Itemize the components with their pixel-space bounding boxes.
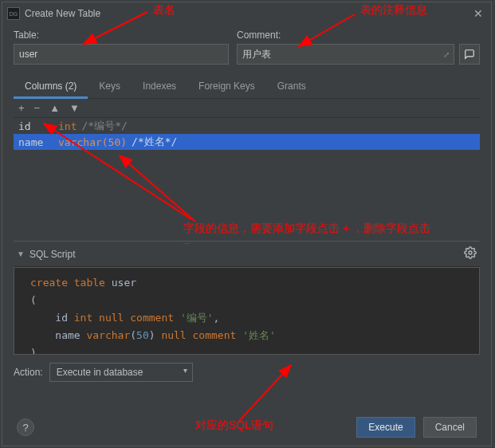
chat-icon[interactable] [459, 44, 480, 65]
tab-columns[interactable]: Columns (2) [14, 76, 88, 99]
sql-paren: ) [18, 344, 476, 355]
gear-icon[interactable] [464, 246, 477, 261]
sql-script-header[interactable]: ▼ SQL Script [14, 241, 480, 267]
sql-kw: create table [30, 277, 105, 289]
column-type: varchar(50) [58, 136, 127, 148]
action-label: Action: [14, 367, 43, 378]
remove-column-button[interactable]: − [34, 102, 41, 114]
tab-grants[interactable]: Grants [266, 76, 317, 98]
window-title: Create New Table [25, 8, 470, 19]
sql-script-title: SQL Script [29, 249, 464, 260]
columns-toolbar: + − ▲ ▼ [14, 99, 480, 118]
move-down-button[interactable]: ▼ [69, 102, 80, 114]
tab-foreign-keys[interactable]: Foreign Keys [187, 76, 266, 98]
tabs: Columns (2) Keys Indexes Foreign Keys Gr… [14, 76, 480, 99]
column-name: id [18, 120, 58, 132]
tab-keys[interactable]: Keys [88, 76, 132, 98]
tab-indexes[interactable]: Indexes [132, 76, 187, 98]
column-type: int [58, 120, 77, 132]
close-icon[interactable]: ✕ [470, 7, 486, 20]
titlebar: DG Create New Table ✕ [2, 2, 491, 25]
columns-list: id int /*编号*/ name varchar(50) /*姓名*/ [14, 118, 480, 238]
sql-ident: user [112, 277, 136, 289]
app-icon: DG [7, 7, 20, 20]
expand-icon[interactable]: ⤢ [440, 45, 453, 64]
svg-point-0 [469, 251, 472, 254]
column-comment: /*编号*/ [81, 119, 127, 133]
action-select[interactable]: Execute in database [49, 363, 193, 382]
sql-editor[interactable]: create table user ( id int null comment … [14, 267, 480, 355]
create-table-dialog: DG Create New Table ✕ Table: Comment: ⤢ [2, 2, 492, 446]
column-name: name [18, 136, 58, 148]
help-icon[interactable]: ? [17, 419, 34, 436]
column-row[interactable]: id int /*编号*/ [14, 118, 480, 134]
comment-label: Comment: [237, 29, 480, 41]
table-name-input[interactable] [14, 44, 229, 65]
add-column-button[interactable]: + [18, 102, 25, 114]
chevron-down-icon: ▼ [17, 250, 25, 258]
column-comment: /*姓名*/ [132, 135, 177, 149]
comment-input[interactable] [237, 44, 454, 65]
move-up-button[interactable]: ▲ [49, 102, 60, 114]
cancel-button[interactable]: Cancel [423, 417, 477, 438]
execute-button[interactable]: Execute [356, 417, 414, 438]
table-label: Table: [14, 29, 229, 41]
sql-paren: ( [18, 292, 476, 309]
column-row[interactable]: name varchar(50) /*姓名*/ [14, 134, 480, 150]
